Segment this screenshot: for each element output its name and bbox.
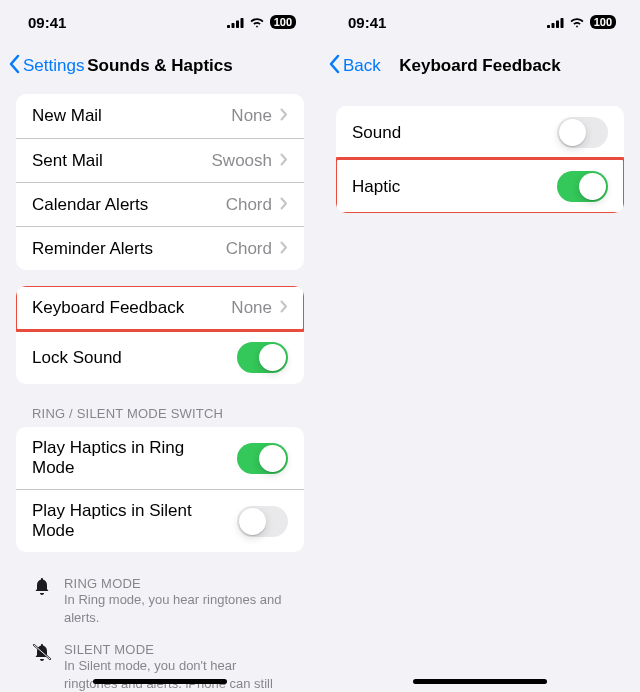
row-label: Lock Sound	[32, 348, 229, 368]
row-label: Haptic	[352, 177, 549, 197]
row-label: Sent Mail	[32, 151, 204, 171]
info-ring-mode: RING MODE In Ring mode, you hear rington…	[0, 568, 320, 634]
row-label: Sound	[352, 123, 549, 143]
row-sent-mail[interactable]: Sent Mail Swoosh	[16, 138, 304, 182]
info-title: RING MODE	[64, 576, 288, 591]
screen-keyboard-feedback: 09:41 100 Back Keyboard Feedback Sound H…	[320, 0, 640, 692]
info-body: In Silent mode, you don't hear ringtones…	[64, 657, 288, 692]
wifi-icon	[249, 14, 265, 31]
bell-slash-icon	[32, 642, 52, 692]
status-time: 09:41	[28, 14, 66, 31]
group-sound-settings: New Mail None Sent Mail Swoosh Calendar …	[16, 94, 304, 270]
row-haptic: Haptic	[336, 159, 624, 213]
chevron-right-icon	[280, 298, 288, 318]
group-ring-silent: Play Haptics in Ring Mode Play Haptics i…	[16, 427, 304, 552]
status-time: 09:41	[348, 14, 386, 31]
status-indicators: 100	[547, 14, 616, 31]
svg-rect-8	[556, 20, 559, 28]
row-value: Chord	[226, 239, 272, 259]
row-reminder-alerts[interactable]: Reminder Alerts Chord	[16, 226, 304, 270]
row-label: Calendar Alerts	[32, 195, 218, 215]
battery-icon: 100	[270, 15, 296, 29]
info-body: In Ring mode, you hear ringtones and ale…	[64, 591, 288, 626]
svg-rect-2	[236, 20, 239, 28]
cellular-icon	[227, 14, 244, 31]
chevron-left-icon	[8, 54, 20, 79]
row-value: Swoosh	[212, 151, 272, 171]
status-indicators: 100	[227, 14, 296, 31]
svg-rect-7	[551, 23, 554, 28]
chevron-left-icon	[328, 54, 340, 79]
chevron-right-icon	[280, 195, 288, 215]
chevron-right-icon	[280, 106, 288, 126]
toggle-haptic[interactable]	[557, 171, 608, 202]
row-keyboard-feedback[interactable]: Keyboard Feedback None	[16, 286, 304, 330]
row-new-mail[interactable]: New Mail None	[16, 94, 304, 138]
toggle-sound[interactable]	[557, 117, 608, 148]
svg-rect-9	[560, 18, 563, 28]
bell-icon	[32, 576, 52, 626]
nav-bar: Back Keyboard Feedback	[320, 44, 640, 88]
row-label: Reminder Alerts	[32, 239, 218, 259]
row-label: Play Haptics in Ring Mode	[32, 438, 229, 478]
row-value: None	[231, 298, 272, 318]
status-bar: 09:41 100	[320, 0, 640, 44]
svg-rect-3	[240, 18, 243, 28]
row-calendar-alerts[interactable]: Calendar Alerts Chord	[16, 182, 304, 226]
row-sound: Sound	[336, 106, 624, 159]
wifi-icon	[569, 14, 585, 31]
group-keyboard-lock: Keyboard Feedback None Lock Sound	[16, 286, 304, 384]
cellular-icon	[547, 14, 564, 31]
home-indicator[interactable]	[93, 679, 227, 684]
section-header-ring-silent: RING / SILENT MODE SWITCH	[0, 400, 320, 427]
chevron-right-icon	[280, 239, 288, 259]
svg-rect-0	[227, 25, 230, 28]
row-lock-sound: Lock Sound	[16, 330, 304, 384]
svg-rect-1	[231, 23, 234, 28]
content-scroll[interactable]: New Mail None Sent Mail Swoosh Calendar …	[0, 88, 320, 692]
row-label: New Mail	[32, 106, 223, 126]
back-button[interactable]: Back	[328, 54, 381, 79]
info-title: SILENT MODE	[64, 642, 288, 657]
group-keyboard-feedback-options: Sound Haptic	[336, 106, 624, 213]
row-label: Play Haptics in Silent Mode	[32, 501, 229, 541]
row-silent-haptics: Play Haptics in Silent Mode	[16, 489, 304, 552]
back-label: Back	[343, 56, 381, 76]
content-scroll[interactable]: Sound Haptic	[320, 88, 640, 692]
row-label: Keyboard Feedback	[32, 298, 223, 318]
toggle-lock-sound[interactable]	[237, 342, 288, 373]
toggle-silent-haptics[interactable]	[237, 506, 288, 537]
svg-rect-6	[547, 25, 550, 28]
row-value: None	[231, 106, 272, 126]
nav-bar: Settings Sounds & Haptics	[0, 44, 320, 88]
chevron-right-icon	[280, 151, 288, 171]
back-button[interactable]: Settings	[8, 54, 84, 79]
battery-icon: 100	[590, 15, 616, 29]
screen-sounds-haptics: 09:41 100 Settings Sounds & Haptics New …	[0, 0, 320, 692]
status-bar: 09:41 100	[0, 0, 320, 44]
row-value: Chord	[226, 195, 272, 215]
back-label: Settings	[23, 56, 84, 76]
toggle-ring-haptics[interactable]	[237, 443, 288, 474]
row-ring-haptics: Play Haptics in Ring Mode	[16, 427, 304, 489]
home-indicator[interactable]	[413, 679, 547, 684]
